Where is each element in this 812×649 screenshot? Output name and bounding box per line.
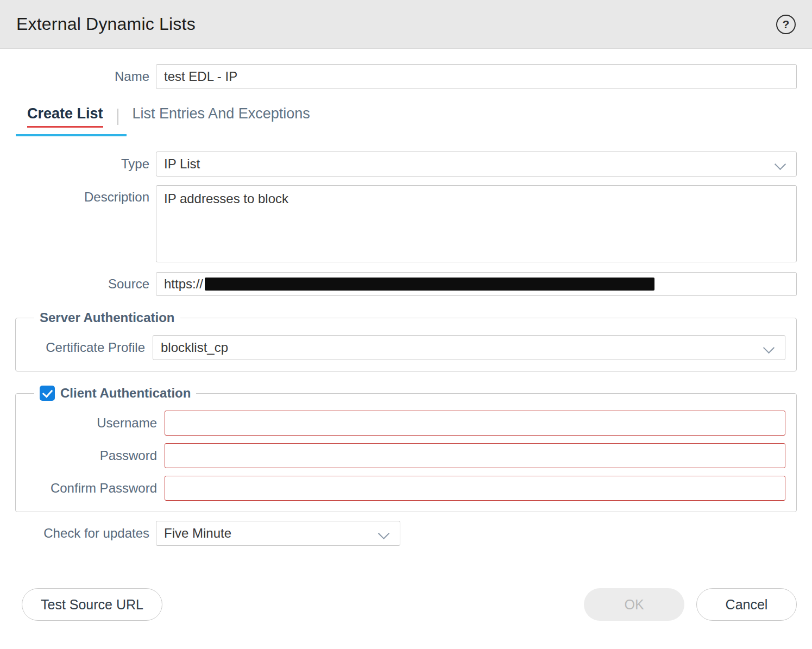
- description-row: Description IP addresses to block: [15, 185, 797, 262]
- dialog-header: External Dynamic Lists ?: [0, 0, 812, 49]
- dialog-body: Name Create List List Entries And Except…: [0, 64, 812, 621]
- ok-button[interactable]: OK: [584, 588, 684, 621]
- source-label: Source: [15, 276, 149, 292]
- username-label: Username: [27, 415, 157, 431]
- source-row: Source https://: [15, 272, 797, 296]
- certificate-profile-value: blocklist_cp: [161, 340, 228, 355]
- certificate-profile-row: Certificate Profile blocklist_cp: [27, 335, 785, 360]
- check-for-updates-select[interactable]: Five Minute: [156, 521, 400, 546]
- password-input[interactable]: [165, 443, 785, 468]
- chevron-down-icon: [378, 528, 389, 539]
- client-authentication-legend-label: Client Authentication: [60, 386, 191, 401]
- type-select-value: IP List: [164, 156, 200, 172]
- name-row: Name: [15, 64, 797, 89]
- type-label: Type: [15, 156, 149, 172]
- name-label: Name: [15, 69, 149, 84]
- name-input[interactable]: [156, 64, 797, 89]
- dialog-title: External Dynamic Lists: [16, 14, 196, 34]
- password-row: Password: [27, 443, 785, 468]
- type-select[interactable]: IP List: [156, 152, 797, 177]
- password-label: Password: [27, 448, 157, 463]
- username-input[interactable]: [165, 411, 785, 436]
- tab-bar: Create List List Entries And Exceptions: [15, 105, 797, 136]
- check-for-updates-row: Check for updates Five Minute: [15, 521, 797, 546]
- check-for-updates-value: Five Minute: [164, 526, 231, 541]
- source-input[interactable]: https://: [156, 272, 797, 296]
- tab-separator: [117, 109, 118, 125]
- tab-list-entries-and-exceptions[interactable]: List Entries And Exceptions: [133, 105, 310, 126]
- tab-create-list[interactable]: Create List: [27, 105, 103, 128]
- external-dynamic-lists-dialog: External Dynamic Lists ? Name Create Lis…: [0, 0, 812, 621]
- certificate-profile-select[interactable]: blocklist_cp: [153, 335, 785, 360]
- server-authentication-fieldset: Server Authentication Certificate Profil…: [15, 310, 797, 371]
- help-icon[interactable]: ?: [776, 15, 796, 34]
- confirm-password-label: Confirm Password: [27, 481, 157, 496]
- tab-create-list-label: Create List: [27, 105, 103, 128]
- dialog-footer: Test Source URL OK Cancel: [15, 588, 797, 621]
- chevron-down-icon: [763, 342, 775, 354]
- client-authentication-legend: Client Authentication: [34, 386, 196, 401]
- cancel-button[interactable]: Cancel: [696, 588, 797, 621]
- server-authentication-legend-label: Server Authentication: [40, 310, 175, 325]
- source-url-prefix: https://: [164, 276, 203, 292]
- chevron-down-icon: [775, 159, 786, 170]
- redacted-url: [205, 278, 654, 291]
- description-textarea[interactable]: IP addresses to block: [156, 185, 797, 262]
- confirm-password-row: Confirm Password: [27, 476, 785, 501]
- active-tab-indicator: [16, 134, 127, 136]
- client-authentication-checkbox[interactable]: [40, 386, 55, 401]
- tab-list-entries-label: List Entries And Exceptions: [133, 105, 310, 126]
- check-for-updates-label: Check for updates: [15, 526, 149, 541]
- type-row: Type IP List: [15, 152, 797, 177]
- certificate-profile-label: Certificate Profile: [27, 340, 145, 355]
- description-label: Description: [15, 190, 149, 205]
- confirm-password-input[interactable]: [165, 476, 785, 501]
- test-source-url-button[interactable]: Test Source URL: [22, 588, 162, 621]
- username-row: Username: [27, 411, 785, 436]
- server-authentication-legend: Server Authentication: [34, 310, 180, 325]
- client-authentication-fieldset: Client Authentication Username Password …: [15, 386, 797, 512]
